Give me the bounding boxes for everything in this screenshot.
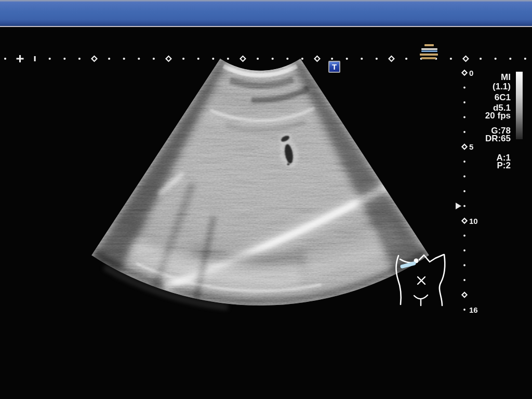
ruler-minor-tick	[153, 58, 155, 60]
ruler-minor-tick	[123, 58, 125, 60]
ruler-minor-tick	[138, 58, 140, 60]
ruler-minor-tick	[286, 58, 288, 60]
tgc-bar-3	[421, 50, 437, 52]
grayscale-bar	[516, 72, 523, 139]
ruler-major-tick	[389, 56, 394, 61]
tgc-bar-1	[424, 44, 434, 46]
ruler-minor-tick	[376, 58, 378, 60]
ruler-minor-tick	[197, 58, 200, 60]
persistence-setting: P:2	[497, 161, 511, 171]
ruler-minor-tick	[331, 58, 333, 60]
ruler-minor-tick	[524, 58, 526, 60]
body-marker-right-contour	[440, 255, 445, 305]
ruler-minor-tick	[4, 58, 6, 60]
ruler-minor-tick	[257, 58, 259, 60]
ruler-minor-tick	[227, 58, 229, 60]
ruler-minor-tick	[272, 58, 274, 60]
ruler-minor-tick	[212, 58, 214, 60]
ruler-minor-tick	[63, 58, 65, 60]
depth-label: 10	[469, 217, 478, 225]
streak-noise	[78, 42, 447, 317]
tgc-menu-icon[interactable]	[419, 44, 440, 59]
body-marker-x	[418, 277, 425, 284]
ruler-minor-tick	[463, 264, 466, 267]
ultrasound-fan-image	[78, 0, 447, 317]
mi-value: (1.1)	[493, 82, 511, 92]
transducer-name: 6C1	[495, 92, 511, 103]
ruler-minor-tick	[463, 249, 466, 251]
frame-rate: 20 fps	[485, 111, 511, 121]
ruler-minor-tick	[361, 58, 363, 60]
mi-label: MI	[501, 72, 511, 83]
dynamic-range: DR:65	[485, 134, 511, 144]
ruler-major-tick	[166, 56, 171, 61]
ruler-minor-tick	[301, 58, 303, 60]
body-marker-navel	[414, 295, 428, 305]
orientation-marker-icon[interactable]: T	[328, 61, 340, 73]
ultrasound-screen: 051016 T MI (1.1) 6C1 d5.1 20 fps G:78	[0, 0, 532, 399]
ruler-minor-tick	[346, 58, 348, 60]
ruler-tick-bar	[34, 56, 36, 61]
ruler-minor-tick	[463, 279, 466, 281]
depth-label: 16	[469, 305, 478, 314]
ruler-major-tick	[462, 218, 467, 223]
ruler-minor-tick	[405, 58, 407, 60]
ruler-major-tick	[462, 292, 467, 297]
tgc-bar-4	[420, 54, 438, 56]
ruler-minor-tick	[182, 58, 184, 60]
ruler-minor-tick	[108, 58, 110, 60]
ruler-minor-tick	[49, 58, 51, 60]
tgc-bar-5	[421, 57, 436, 59]
ruler-major-tick	[92, 56, 97, 61]
ruler-minor-tick	[463, 235, 466, 237]
ruler-minor-tick	[463, 309, 466, 311]
ruler-minor-tick	[78, 58, 81, 60]
ruler-origin-cross	[17, 55, 24, 62]
ruler-major-tick	[315, 56, 320, 61]
tgc-bar-2	[421, 48, 437, 50]
ruler-major-tick	[241, 56, 246, 61]
status-panel: MI (1.1) 6C1 d5.1 20 fps G:78 DR:65 A:1 …	[438, 0, 511, 208]
